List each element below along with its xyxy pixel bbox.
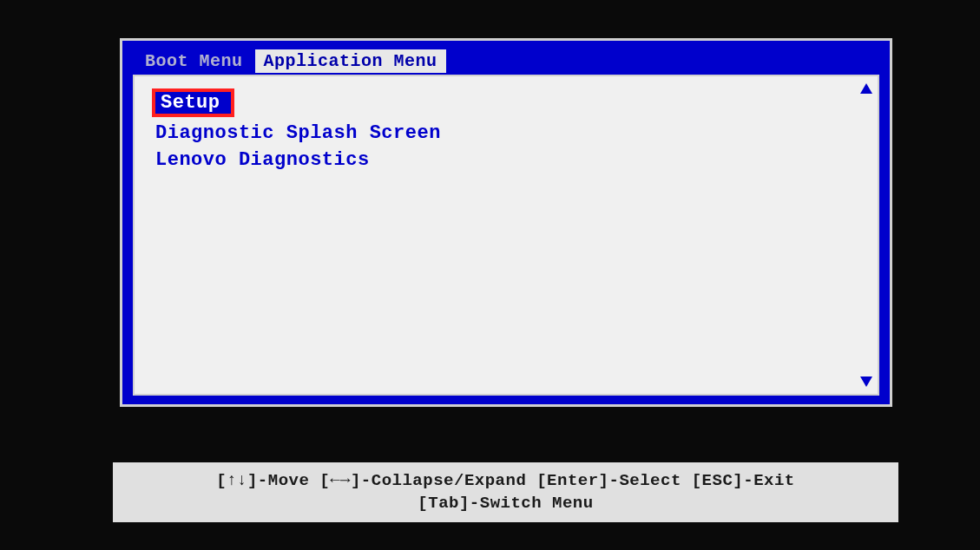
menu-item-setup[interactable]: Setup bbox=[152, 88, 234, 117]
tab-application-menu[interactable]: Application Menu bbox=[255, 49, 446, 73]
scroll-up-icon bbox=[860, 83, 872, 94]
help-line-1: [↑↓]-Move [←→]-Collapse/Expand [Enter]-S… bbox=[116, 469, 895, 493]
help-bar: [↑↓]-Move [←→]-Collapse/Expand [Enter]-S… bbox=[113, 462, 898, 522]
menu-item-diagnostic-splash[interactable]: Diagnostic Splash Screen bbox=[152, 121, 860, 146]
menu-item-lenovo-diagnostics[interactable]: Lenovo Diagnostics bbox=[152, 147, 860, 173]
bios-main-frame: Boot Menu Application Menu Setup Diagnos… bbox=[120, 38, 892, 407]
scroll-down-icon bbox=[860, 376, 872, 387]
tab-bar: Boot Menu Application Menu bbox=[126, 44, 886, 73]
help-line-2: [Tab]-Switch Menu bbox=[116, 492, 895, 515]
tab-boot-menu[interactable]: Boot Menu bbox=[136, 49, 252, 73]
menu-content-pane: Setup Diagnostic Splash Screen Lenovo Di… bbox=[133, 75, 879, 396]
